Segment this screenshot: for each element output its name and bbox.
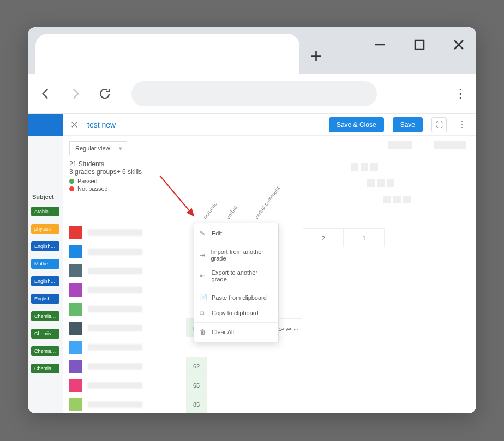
ctx-clear[interactable]: 🗑Clear All xyxy=(194,324,278,340)
more-menu-icon[interactable]: ⋮ xyxy=(455,119,469,130)
view-select-label: Regular view xyxy=(75,145,110,152)
avatar xyxy=(69,322,82,335)
numeric-cell[interactable]: 85 xyxy=(186,395,207,413)
avatar xyxy=(69,360,82,373)
failed-dot-icon xyxy=(69,186,74,191)
subject-panel: Subject Arabic physics English Langu Mat… xyxy=(28,190,63,384)
table-row[interactable]: 65 xyxy=(69,376,476,395)
group-count: 3 grades groups+ 6 skills xyxy=(69,168,142,176)
page-header: ✕ test new Save & Close Save ⛶ ⋮ xyxy=(63,114,476,136)
window-close-button[interactable] xyxy=(451,37,466,52)
avatar xyxy=(69,341,82,354)
subject-pill-physics[interactable]: physics xyxy=(31,224,59,234)
pencil-icon: ✎ xyxy=(200,229,207,237)
student-count: 21 Students xyxy=(69,160,142,168)
ctx-paste[interactable]: 📄Paste from clipboard xyxy=(194,290,278,305)
subject-pill-arabic[interactable]: Arabic xyxy=(31,207,59,216)
trash-icon: 🗑 xyxy=(200,328,207,336)
student-name xyxy=(88,325,142,331)
legend-not-passed: Not passed xyxy=(77,185,108,192)
view-select[interactable]: Regular view xyxy=(69,141,127,155)
browser-menu-button[interactable]: ⋮ xyxy=(454,87,466,101)
annotation-arrow xyxy=(155,171,205,226)
student-name xyxy=(88,344,142,351)
subject-pill-math[interactable]: Mathematics xyxy=(31,259,59,269)
student-name xyxy=(88,382,142,389)
export-icon: ⇤ xyxy=(200,272,207,280)
subject-pill-english-2[interactable]: English Langu xyxy=(31,276,59,286)
avatar xyxy=(69,303,82,316)
student-name xyxy=(88,401,142,408)
student-name xyxy=(88,287,142,293)
paste-icon: 📄 xyxy=(200,294,207,301)
app-brand-strip xyxy=(28,114,63,136)
legend-passed: Passed xyxy=(77,178,98,184)
save-close-button[interactable]: Save & Close xyxy=(329,117,384,132)
student-name xyxy=(88,249,142,255)
url-bar[interactable] xyxy=(131,81,377,106)
subject-pill-chem-3[interactable]: Chemistry xyxy=(31,346,59,356)
subject-heading: Subject xyxy=(32,194,61,200)
tab-strip: + xyxy=(28,27,476,74)
avatar xyxy=(69,226,82,239)
avatar xyxy=(69,283,82,297)
subject-pill-chem-1[interactable]: Chemistry xyxy=(31,311,59,321)
ghost-placeholder xyxy=(388,141,466,149)
ctx-export[interactable]: ⇤Export to another grade xyxy=(194,265,278,286)
ctx-import[interactable]: ⇥Import from another grade xyxy=(194,245,278,265)
avatar xyxy=(69,245,82,258)
table-row[interactable]: 85 xyxy=(69,395,476,413)
avatar xyxy=(69,398,82,411)
subject-pill-chem-4[interactable]: Chemistry xyxy=(31,364,59,373)
numeric-cell[interactable]: 62 xyxy=(186,357,207,376)
subject-pill-english-1[interactable]: English Langu xyxy=(31,241,59,251)
forward-button[interactable] xyxy=(67,86,83,102)
numeric-cell[interactable]: 65 xyxy=(186,376,207,395)
table-row[interactable]: 62 xyxy=(69,357,476,376)
back-button[interactable] xyxy=(38,86,54,102)
page-title: test new xyxy=(87,120,116,129)
avatar xyxy=(69,264,82,277)
browser-nav-bar: ⋮ xyxy=(28,74,476,114)
copy-icon: ⧉ xyxy=(200,309,207,317)
svg-line-4 xyxy=(160,176,194,216)
save-button[interactable]: Save xyxy=(393,117,423,132)
column-verbal[interactable]: verbal xyxy=(225,204,238,220)
new-tab-button[interactable]: + xyxy=(310,45,322,68)
student-name xyxy=(88,229,142,236)
ctx-copy[interactable]: ⧉Copy to clipboard xyxy=(194,305,278,321)
column-verbal-comment[interactable]: verbal comment xyxy=(253,185,281,220)
student-name xyxy=(88,363,142,370)
info-block: 21 Students 3 grades groups+ 6 skills Pa… xyxy=(69,160,142,192)
close-icon[interactable]: ✕ xyxy=(70,119,79,131)
avatar xyxy=(69,379,82,392)
reload-button[interactable] xyxy=(97,86,113,102)
browser-tab[interactable] xyxy=(35,34,299,74)
ctx-edit[interactable]: ✎Edit xyxy=(194,226,278,241)
student-name xyxy=(88,268,142,274)
subject-pill-english-3[interactable]: English Langu xyxy=(31,294,59,304)
window-minimize-button[interactable] xyxy=(373,37,388,52)
column-context-menu: ✎Edit ⇥Import from another grade ⇤Export… xyxy=(194,223,279,342)
import-icon: ⇥ xyxy=(200,251,206,259)
window-maximize-button[interactable] xyxy=(412,37,427,52)
column-numeric[interactable]: numeric xyxy=(202,201,218,220)
fullscreen-icon[interactable]: ⛶ xyxy=(431,117,447,132)
subject-pill-chem-2[interactable]: Chemistry xyxy=(31,329,59,339)
passed-dot-icon xyxy=(69,179,74,184)
svg-rect-1 xyxy=(415,40,424,49)
student-name xyxy=(88,306,142,312)
